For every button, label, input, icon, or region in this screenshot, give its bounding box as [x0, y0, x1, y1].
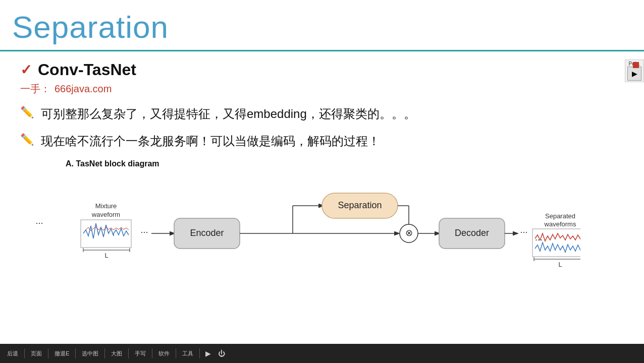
svg-text:Mixture: Mixture: [95, 202, 117, 210]
toolbar-item-选中图[interactable]: 选中图: [79, 349, 101, 358]
top-right-overlay: Poi... ▶: [625, 59, 644, 82]
svg-text:···: ···: [140, 227, 148, 237]
toolbar-divider-2: [48, 348, 48, 358]
check-icon: ✓: [20, 62, 32, 78]
conv-tasnet-row: ✓ Conv-TasNet: [20, 60, 624, 79]
svg-text:Separated: Separated: [545, 212, 575, 220]
source-row: 一手： 666java.com: [20, 82, 624, 96]
source-prefix: 一手：: [20, 82, 50, 96]
bullet-item-2: ✏️ 现在啥不流行个一条龙服务啊！可以当做是编码，解码的过程！: [20, 132, 624, 150]
toolbar-divider-7: [176, 348, 176, 358]
title-area: Separation: [0, 0, 644, 51]
overlay-button[interactable]: ▶: [627, 67, 641, 81]
conv-tasnet-label: Conv-TasNet: [38, 60, 136, 79]
svg-text:···: ···: [535, 234, 543, 245]
overlay-close-indicator: [633, 62, 639, 68]
svg-text:⊗: ⊗: [405, 228, 413, 238]
svg-text:waveforms: waveforms: [544, 220, 576, 228]
toolbar-item-back[interactable]: 后退: [4, 349, 21, 358]
pencil-icon-1: ✏️: [20, 106, 34, 119]
svg-text:Separation: Separation: [338, 200, 382, 210]
bullet-text-1: 可别整那么复杂了，又得提特征，又得embedding，还得聚类的。。。: [41, 105, 416, 123]
svg-text:L: L: [104, 252, 108, 259]
toolbar-power-icon[interactable]: ⏻: [216, 348, 228, 358]
main-content: ✓ Conv-TasNet 一手： 666java.com ✏️ 可别整那么复杂…: [0, 51, 644, 273]
svg-text:···: ···: [35, 218, 43, 228]
bullet-item-1: ✏️ 可别整那么复杂了，又得提特征，又得embedding，还得聚类的。。。: [20, 105, 624, 123]
toolbar-divider-3: [75, 348, 76, 358]
svg-text:Decoder: Decoder: [455, 228, 489, 238]
svg-text:waveform: waveform: [91, 211, 120, 218]
toolbar-item-软件[interactable]: 软件: [155, 349, 173, 358]
overlay-button-icon: ▶: [632, 70, 637, 78]
diagram-title: A. TasNet block diagram: [66, 159, 624, 168]
toolbar-item-page[interactable]: 页面: [28, 349, 45, 358]
toolbar-divider-6: [152, 348, 152, 358]
svg-text:L: L: [558, 261, 562, 268]
svg-text:Encoder: Encoder: [190, 228, 224, 238]
toolbar-divider-4: [104, 348, 105, 358]
toolbar-item-工具[interactable]: 工具: [179, 349, 196, 358]
bullet-text-2: 现在啥不流行个一条龙服务啊！可以当做是编码，解码的过程！: [41, 132, 380, 150]
toolbar-divider-5: [128, 348, 129, 358]
toolbar-item-撤退[interactable]: 撤退E: [51, 349, 72, 358]
toolbar-divider-1: [24, 348, 25, 358]
svg-rect-3: [81, 220, 131, 248]
svg-text:···: ···: [520, 227, 527, 237]
diagram-area: A. TasNet block diagram ··· Mixture wave…: [20, 159, 624, 273]
toolbar: 后退 页面 撤退E 选中图 大图 手写 软件 工具 ▶ ⏻: [0, 344, 644, 363]
toolbar-arrow-icon[interactable]: ▶: [203, 348, 213, 358]
source-url[interactable]: 666java.com: [55, 83, 112, 95]
toolbar-item-手写[interactable]: 手写: [132, 349, 149, 358]
toolbar-divider-8: [199, 348, 200, 358]
slide-title: Separation: [12, 9, 632, 45]
block-diagram: ··· Mixture waveform L ··· Encoder: [25, 175, 580, 271]
toolbar-item-大图[interactable]: 大图: [108, 349, 125, 358]
pencil-icon-2: ✏️: [20, 133, 34, 146]
